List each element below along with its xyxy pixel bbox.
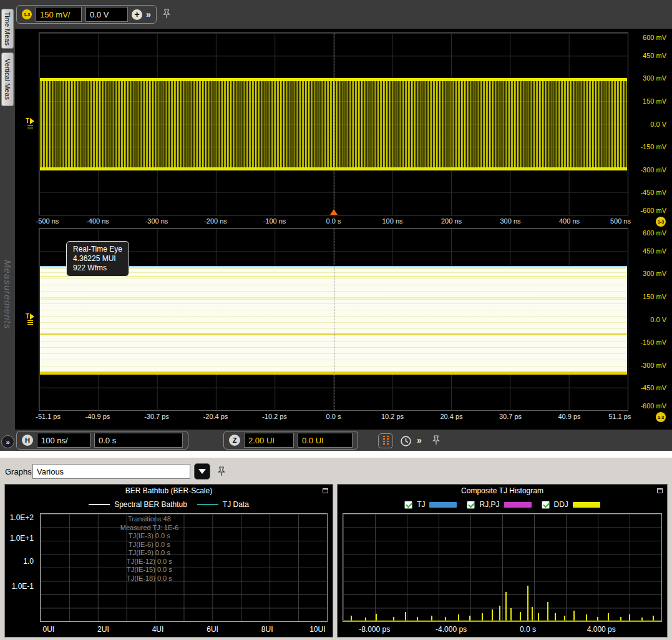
vertical-scale-input[interactable]: [36, 7, 82, 22]
tooltip-wfms: 922 Wfms: [73, 263, 122, 273]
histogram-x-tick-label: 4.000 ps: [587, 625, 616, 634]
legend-item: TJ: [404, 500, 457, 509]
orange-dots-icon: [387, 436, 389, 446]
tab-time-meas[interactable]: Time Meas: [1, 9, 14, 49]
legend-item: DDJ: [542, 500, 600, 509]
plot1-x-tick-label: -200 ns: [204, 217, 227, 225]
bathtub-x-tick-label: 8UI: [261, 625, 273, 634]
plot1-x-axis: -500 ns-400 ns-300 ns-200 ns-100 ns0.0 s…: [39, 217, 628, 226]
channel-badge[interactable]: 1-3: [22, 9, 32, 19]
channel-reference-marker: T: [22, 117, 37, 129]
histogram-x-axis: -8.000 ps-4.000 ps0.0 s4.000 ps: [343, 625, 662, 635]
vertical-offset-input[interactable]: [85, 7, 128, 22]
plot1-y-tick-label: 600 mV: [643, 34, 666, 41]
histogram-bar: [458, 614, 459, 621]
scope-left-chrome: Time Meas Vertical Meas Measurements: [0, 0, 15, 451]
plot2-y-tick-label: -600 mV: [640, 402, 666, 410]
plot1-x-tick-label: -300 ns: [145, 217, 168, 225]
graphs-panel: Graphs BER Bathtub (BER-Scale) Spectral …: [0, 458, 672, 640]
oscilloscope-window: Time Meas Vertical Meas Measurements 1-3…: [0, 0, 672, 451]
eye-tooltip: Real-Time Eye 4.36225 MUI 922 Wfms: [66, 241, 129, 277]
plot2-x-tick-label: 10.2 ps: [381, 413, 404, 420]
plus-icon: +: [134, 10, 139, 19]
histogram-plot-area: [343, 513, 662, 622]
measurements-watermark: Measurements: [1, 232, 14, 357]
horizontal-position-input[interactable]: [94, 433, 183, 448]
histogram-bar: [641, 618, 643, 621]
clock-button[interactable]: [398, 433, 413, 448]
plot1-x-tick-label: 0.0 s: [326, 217, 341, 225]
histogram-bar: [527, 586, 528, 621]
histogram-baseline: [344, 620, 661, 621]
histogram-acquisition-button[interactable]: [378, 433, 393, 448]
bathtub-annotation-line: TJ(IE-9) 0.0 s: [120, 549, 178, 558]
plot1-x-tick-label: 500 ns: [610, 217, 631, 225]
bathtub-y-axis: 1.0E+21.0E+11.01.0E-1: [5, 513, 37, 622]
legend-color-swatch: [429, 502, 457, 508]
add-button[interactable]: +: [132, 9, 142, 20]
histogram-bar: [376, 614, 377, 621]
plot2-y-axis: 600 mV450 mV300 mV150 mV0.0 V-150 mV-300…: [630, 228, 670, 411]
restore-icon[interactable]: [323, 488, 328, 493]
zoom-position-input[interactable]: [298, 433, 353, 448]
histogram-bar: [417, 617, 418, 621]
histogram-bar: [445, 617, 446, 621]
bathtub-annotation-line: TJ(IE-3) 0.0 s: [120, 532, 178, 541]
bathtub-annotation-line: TJ(IE-15) 0.0 s: [120, 566, 178, 574]
zoom-scale-input[interactable]: [244, 433, 294, 448]
tab-vertical-meas[interactable]: Vertical Meas: [1, 52, 14, 106]
histogram-bar: [469, 616, 470, 621]
bathtub-y-tick-label: 1.0E+2: [10, 513, 34, 522]
legend-label: RJ,PJ: [479, 500, 499, 509]
expand-panel-button[interactable]: »: [1, 435, 14, 448]
horizontal-badge[interactable]: H: [22, 435, 33, 446]
histogram-bar: [555, 613, 556, 621]
more-chevron-icon[interactable]: »: [146, 9, 151, 19]
center-reference-line: [334, 33, 334, 215]
horizontal-scale-input[interactable]: [37, 433, 90, 448]
zoom-controls-group: Z: [223, 431, 358, 450]
plot1-y-tick-label: 150 mV: [643, 97, 666, 105]
legend-item: RJ,PJ: [467, 500, 531, 509]
bathtub-y-tick-label: 1.0: [23, 557, 34, 566]
plot1-y-tick-label: -450 mV: [640, 189, 666, 196]
bathtub-annotation-line: TJ(IE-12) 0.0 s: [120, 558, 178, 566]
zoom-badge[interactable]: Z: [229, 435, 240, 446]
plot1-x-tick-label: 300 ns: [500, 217, 520, 225]
histogram-bar: [532, 607, 533, 621]
checkbox-checked-icon[interactable]: [542, 501, 550, 509]
graphs-dropdown[interactable]: [32, 464, 190, 479]
tab-vertical-meas-label: Vertical Meas: [4, 59, 11, 100]
histogram-bar: [573, 611, 575, 621]
ground-icon: [27, 125, 33, 129]
legend-line-swatch: [89, 504, 110, 505]
legend-label: DDJ: [554, 500, 568, 509]
chart-legend: TJRJ,PJDDJ: [338, 497, 667, 512]
plot2-y-tick-label: -150 mV: [640, 338, 666, 346]
plot2-x-tick-label: -30.7 ps: [144, 413, 169, 420]
restore-icon[interactable]: [657, 488, 663, 493]
plot2-x-tick-label: -40.9 ps: [85, 413, 110, 420]
tooltip-mui: 4.36225 MUI: [73, 254, 122, 263]
pin-icon[interactable]: [432, 435, 441, 445]
histogram-bar: [538, 613, 539, 621]
plot1-y-tick-label: 0.0 V: [650, 121, 666, 128]
checkbox-checked-icon[interactable]: [467, 501, 475, 509]
checkbox-checked-icon[interactable]: [404, 501, 412, 509]
legend-label: Spectral BER Bathtub: [114, 500, 187, 509]
eye-diagram-plot[interactable]: Real-Time Eye 4.36225 MUI 922 Wfms: [39, 228, 628, 411]
bathtub-x-tick-label: 6UI: [207, 625, 218, 634]
pin-icon[interactable]: [162, 9, 171, 19]
plot2-y-tick-label: 450 mV: [643, 247, 666, 255]
plot2-x-tick-label: -10.2 ps: [262, 413, 287, 420]
legend-color-swatch: [573, 502, 600, 508]
histogram-bar: [393, 617, 394, 621]
dropdown-arrow-button[interactable]: [194, 463, 210, 480]
histogram-bar: [482, 613, 483, 621]
tooltip-title: Real-Time Eye: [73, 245, 122, 254]
legend-color-swatch: [504, 502, 532, 508]
waveform-plot[interactable]: [39, 32, 628, 215]
pin-icon[interactable]: [217, 466, 226, 476]
more-chevron-icon[interactable]: »: [417, 435, 422, 445]
legend-line-swatch: [197, 504, 218, 505]
